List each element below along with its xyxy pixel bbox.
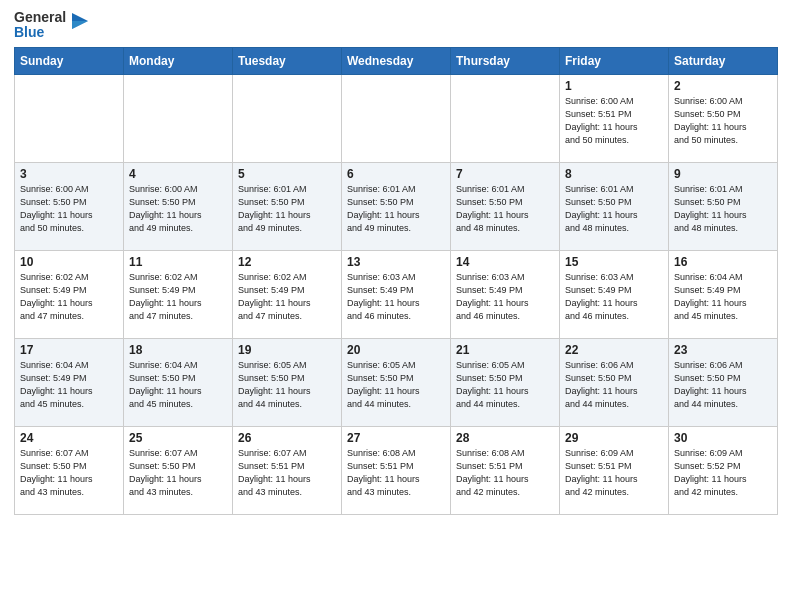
day-info: Sunrise: 6:04 AMSunset: 5:49 PMDaylight:… bbox=[674, 271, 772, 323]
day-info: Sunrise: 6:04 AMSunset: 5:49 PMDaylight:… bbox=[20, 359, 118, 411]
calendar-cell: 20Sunrise: 6:05 AMSunset: 5:50 PMDayligh… bbox=[342, 338, 451, 426]
calendar-cell bbox=[233, 74, 342, 162]
day-info: Sunrise: 6:07 AMSunset: 5:50 PMDaylight:… bbox=[129, 447, 227, 499]
weekday-header-sunday: Sunday bbox=[15, 47, 124, 74]
day-number: 11 bbox=[129, 255, 227, 269]
day-number: 13 bbox=[347, 255, 445, 269]
calendar-cell: 9Sunrise: 6:01 AMSunset: 5:50 PMDaylight… bbox=[669, 162, 778, 250]
day-number: 19 bbox=[238, 343, 336, 357]
day-info: Sunrise: 6:08 AMSunset: 5:51 PMDaylight:… bbox=[347, 447, 445, 499]
calendar-cell: 19Sunrise: 6:05 AMSunset: 5:50 PMDayligh… bbox=[233, 338, 342, 426]
day-number: 26 bbox=[238, 431, 336, 445]
calendar-cell: 4Sunrise: 6:00 AMSunset: 5:50 PMDaylight… bbox=[124, 162, 233, 250]
logo-general: General bbox=[14, 10, 66, 25]
day-number: 16 bbox=[674, 255, 772, 269]
day-info: Sunrise: 6:02 AMSunset: 5:49 PMDaylight:… bbox=[238, 271, 336, 323]
day-info: Sunrise: 6:01 AMSunset: 5:50 PMDaylight:… bbox=[347, 183, 445, 235]
calendar-cell: 1Sunrise: 6:00 AMSunset: 5:51 PMDaylight… bbox=[560, 74, 669, 162]
day-number: 22 bbox=[565, 343, 663, 357]
calendar-cell: 3Sunrise: 6:00 AMSunset: 5:50 PMDaylight… bbox=[15, 162, 124, 250]
weekday-header-friday: Friday bbox=[560, 47, 669, 74]
calendar-week-row: 1Sunrise: 6:00 AMSunset: 5:51 PMDaylight… bbox=[15, 74, 778, 162]
day-info: Sunrise: 6:09 AMSunset: 5:52 PMDaylight:… bbox=[674, 447, 772, 499]
calendar-cell: 5Sunrise: 6:01 AMSunset: 5:50 PMDaylight… bbox=[233, 162, 342, 250]
calendar-cell: 18Sunrise: 6:04 AMSunset: 5:50 PMDayligh… bbox=[124, 338, 233, 426]
day-info: Sunrise: 6:01 AMSunset: 5:50 PMDaylight:… bbox=[456, 183, 554, 235]
day-info: Sunrise: 6:01 AMSunset: 5:50 PMDaylight:… bbox=[565, 183, 663, 235]
calendar-cell: 17Sunrise: 6:04 AMSunset: 5:49 PMDayligh… bbox=[15, 338, 124, 426]
calendar-cell: 12Sunrise: 6:02 AMSunset: 5:49 PMDayligh… bbox=[233, 250, 342, 338]
day-number: 24 bbox=[20, 431, 118, 445]
calendar-table: SundayMondayTuesdayWednesdayThursdayFrid… bbox=[14, 47, 778, 515]
day-number: 3 bbox=[20, 167, 118, 181]
day-info: Sunrise: 6:06 AMSunset: 5:50 PMDaylight:… bbox=[674, 359, 772, 411]
weekday-header-monday: Monday bbox=[124, 47, 233, 74]
calendar-cell: 11Sunrise: 6:02 AMSunset: 5:49 PMDayligh… bbox=[124, 250, 233, 338]
day-number: 12 bbox=[238, 255, 336, 269]
day-info: Sunrise: 6:01 AMSunset: 5:50 PMDaylight:… bbox=[238, 183, 336, 235]
day-info: Sunrise: 6:07 AMSunset: 5:51 PMDaylight:… bbox=[238, 447, 336, 499]
day-info: Sunrise: 6:05 AMSunset: 5:50 PMDaylight:… bbox=[456, 359, 554, 411]
logo-blue: Blue bbox=[14, 25, 66, 40]
calendar-cell: 26Sunrise: 6:07 AMSunset: 5:51 PMDayligh… bbox=[233, 426, 342, 514]
header: General Blue bbox=[14, 10, 778, 41]
calendar-cell: 28Sunrise: 6:08 AMSunset: 5:51 PMDayligh… bbox=[451, 426, 560, 514]
day-number: 25 bbox=[129, 431, 227, 445]
day-number: 2 bbox=[674, 79, 772, 93]
calendar-header-row: SundayMondayTuesdayWednesdayThursdayFrid… bbox=[15, 47, 778, 74]
day-info: Sunrise: 6:09 AMSunset: 5:51 PMDaylight:… bbox=[565, 447, 663, 499]
svg-marker-1 bbox=[72, 21, 88, 29]
logo: General Blue bbox=[14, 10, 90, 41]
calendar-cell: 21Sunrise: 6:05 AMSunset: 5:50 PMDayligh… bbox=[451, 338, 560, 426]
day-number: 5 bbox=[238, 167, 336, 181]
day-number: 15 bbox=[565, 255, 663, 269]
calendar-cell: 23Sunrise: 6:06 AMSunset: 5:50 PMDayligh… bbox=[669, 338, 778, 426]
calendar-cell: 30Sunrise: 6:09 AMSunset: 5:52 PMDayligh… bbox=[669, 426, 778, 514]
day-info: Sunrise: 6:00 AMSunset: 5:50 PMDaylight:… bbox=[129, 183, 227, 235]
day-number: 4 bbox=[129, 167, 227, 181]
day-number: 7 bbox=[456, 167, 554, 181]
calendar-cell: 24Sunrise: 6:07 AMSunset: 5:50 PMDayligh… bbox=[15, 426, 124, 514]
day-number: 28 bbox=[456, 431, 554, 445]
calendar-cell: 25Sunrise: 6:07 AMSunset: 5:50 PMDayligh… bbox=[124, 426, 233, 514]
calendar-cell bbox=[451, 74, 560, 162]
day-number: 10 bbox=[20, 255, 118, 269]
day-number: 17 bbox=[20, 343, 118, 357]
day-info: Sunrise: 6:01 AMSunset: 5:50 PMDaylight:… bbox=[674, 183, 772, 235]
day-info: Sunrise: 6:02 AMSunset: 5:49 PMDaylight:… bbox=[20, 271, 118, 323]
calendar-week-row: 24Sunrise: 6:07 AMSunset: 5:50 PMDayligh… bbox=[15, 426, 778, 514]
day-info: Sunrise: 6:07 AMSunset: 5:50 PMDaylight:… bbox=[20, 447, 118, 499]
weekday-header-saturday: Saturday bbox=[669, 47, 778, 74]
day-number: 27 bbox=[347, 431, 445, 445]
calendar-week-row: 10Sunrise: 6:02 AMSunset: 5:49 PMDayligh… bbox=[15, 250, 778, 338]
day-info: Sunrise: 6:03 AMSunset: 5:49 PMDaylight:… bbox=[347, 271, 445, 323]
calendar-cell bbox=[342, 74, 451, 162]
logo-flag-icon bbox=[68, 11, 90, 39]
day-number: 6 bbox=[347, 167, 445, 181]
calendar-cell: 7Sunrise: 6:01 AMSunset: 5:50 PMDaylight… bbox=[451, 162, 560, 250]
day-number: 8 bbox=[565, 167, 663, 181]
day-info: Sunrise: 6:05 AMSunset: 5:50 PMDaylight:… bbox=[238, 359, 336, 411]
day-number: 21 bbox=[456, 343, 554, 357]
weekday-header-thursday: Thursday bbox=[451, 47, 560, 74]
day-info: Sunrise: 6:06 AMSunset: 5:50 PMDaylight:… bbox=[565, 359, 663, 411]
calendar-cell: 6Sunrise: 6:01 AMSunset: 5:50 PMDaylight… bbox=[342, 162, 451, 250]
calendar-cell: 8Sunrise: 6:01 AMSunset: 5:50 PMDaylight… bbox=[560, 162, 669, 250]
calendar-cell: 27Sunrise: 6:08 AMSunset: 5:51 PMDayligh… bbox=[342, 426, 451, 514]
calendar-cell: 10Sunrise: 6:02 AMSunset: 5:49 PMDayligh… bbox=[15, 250, 124, 338]
day-info: Sunrise: 6:03 AMSunset: 5:49 PMDaylight:… bbox=[565, 271, 663, 323]
calendar-cell: 22Sunrise: 6:06 AMSunset: 5:50 PMDayligh… bbox=[560, 338, 669, 426]
day-number: 29 bbox=[565, 431, 663, 445]
day-number: 23 bbox=[674, 343, 772, 357]
weekday-header-wednesday: Wednesday bbox=[342, 47, 451, 74]
day-info: Sunrise: 6:00 AMSunset: 5:50 PMDaylight:… bbox=[674, 95, 772, 147]
calendar-week-row: 3Sunrise: 6:00 AMSunset: 5:50 PMDaylight… bbox=[15, 162, 778, 250]
day-info: Sunrise: 6:00 AMSunset: 5:51 PMDaylight:… bbox=[565, 95, 663, 147]
day-info: Sunrise: 6:04 AMSunset: 5:50 PMDaylight:… bbox=[129, 359, 227, 411]
day-number: 1 bbox=[565, 79, 663, 93]
day-info: Sunrise: 6:08 AMSunset: 5:51 PMDaylight:… bbox=[456, 447, 554, 499]
calendar-cell: 2Sunrise: 6:00 AMSunset: 5:50 PMDaylight… bbox=[669, 74, 778, 162]
calendar-cell: 15Sunrise: 6:03 AMSunset: 5:49 PMDayligh… bbox=[560, 250, 669, 338]
page: General Blue SundayMondayTuesdayWednesda… bbox=[0, 0, 792, 612]
calendar-cell: 13Sunrise: 6:03 AMSunset: 5:49 PMDayligh… bbox=[342, 250, 451, 338]
